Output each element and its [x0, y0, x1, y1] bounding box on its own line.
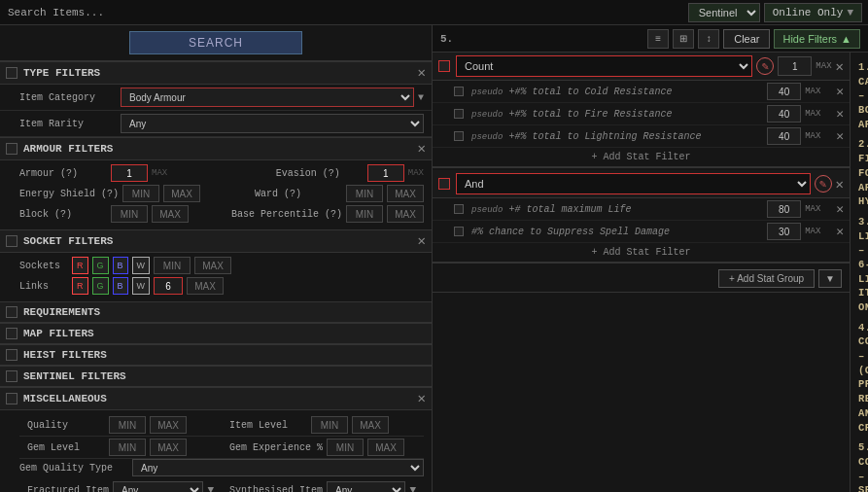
fractured-select[interactable]: Any	[113, 481, 203, 492]
item-level-max[interactable]	[352, 416, 389, 434]
suppress-checkbox[interactable]	[454, 227, 464, 236]
and-select[interactable]: And	[456, 173, 811, 194]
icon-btn-1[interactable]: ≡	[647, 29, 669, 49]
gem-level-max[interactable]	[150, 439, 187, 456]
socket-w-btn[interactable]: W	[132, 257, 151, 274]
cold-resist-value[interactable]	[767, 83, 801, 100]
fire-resist-value[interactable]	[767, 105, 801, 123]
quality-max[interactable]	[150, 416, 187, 434]
socket-b-btn[interactable]: B	[113, 257, 128, 274]
link-g-btn[interactable]: G	[92, 277, 109, 295]
map-filters-header[interactable]: Map Filters	[0, 323, 432, 344]
evasion-min-input[interactable]	[367, 164, 404, 182]
socket-r-btn[interactable]: R	[72, 257, 88, 274]
quality-min[interactable]	[109, 416, 146, 434]
base-percentile-min-input[interactable]	[346, 205, 383, 223]
links-min-input[interactable]	[154, 277, 183, 295]
requirements-header[interactable]: Requirements	[0, 301, 432, 323]
base-percentile-max-input[interactable]	[387, 205, 424, 223]
armour-filters-checkbox[interactable]	[6, 143, 17, 155]
item-level-min[interactable]	[311, 416, 348, 434]
sentinel-filters-checkbox[interactable]	[6, 370, 17, 382]
socket-filters-checkbox[interactable]	[6, 235, 17, 247]
quality-label: Quality	[27, 420, 105, 431]
max-life-checkbox[interactable]	[454, 204, 464, 214]
armour-filters-close[interactable]: ✕	[418, 142, 426, 156]
armour-filters-header[interactable]: Armour Filters ✕	[0, 137, 432, 160]
armour-min-input[interactable]	[111, 164, 148, 182]
misc-close[interactable]: ✕	[418, 392, 426, 405]
gem-exp-min[interactable]	[327, 439, 364, 456]
type-filters-close[interactable]: ✕	[418, 66, 426, 80]
ward-label: Ward (?)	[255, 189, 342, 199]
link-w-btn[interactable]: W	[132, 277, 151, 295]
links-max-input[interactable]	[187, 277, 224, 295]
max-life-value[interactable]	[767, 200, 801, 218]
count-edit-icon[interactable]: ✎	[756, 57, 774, 75]
count-checkbox[interactable]	[438, 60, 450, 72]
fire-resist-close[interactable]: ✕	[836, 106, 844, 122]
sockets-max-input[interactable]	[194, 257, 231, 274]
misc-checkbox[interactable]	[6, 393, 17, 404]
socket-filters-close[interactable]: ✕	[418, 234, 426, 248]
link-r-btn[interactable]: R	[72, 277, 88, 295]
cold-resist-checkbox[interactable]	[454, 87, 464, 96]
misc-header[interactable]: Miscellaneous ✕	[0, 387, 432, 410]
item-category-select[interactable]: Body Armour	[121, 88, 414, 107]
ward-min-input[interactable]	[346, 185, 383, 202]
block-max-input[interactable]	[152, 205, 189, 223]
hide-filters-button[interactable]: Hide Filters ▲	[774, 29, 860, 49]
item-level-label: Item Level	[229, 420, 307, 431]
and-add-stat-btn[interactable]: + Add Stat Filter	[433, 243, 850, 263]
and-group: And ✎ ✕ pseudo +# total maximum Life MAX…	[433, 170, 850, 264]
socket-g-btn[interactable]: G	[92, 257, 109, 274]
max-life-row: pseudo +# total maximum Life MAX ✕	[433, 198, 850, 221]
league-select[interactable]: Sentinel	[688, 3, 760, 22]
gem-quality-select[interactable]: Any	[132, 459, 424, 476]
add-group-dropdown-btn[interactable]: ▼	[818, 269, 842, 288]
add-stat-group-btn[interactable]: + Add Stat Group	[718, 269, 815, 288]
heist-filters-header[interactable]: Heist Filters	[0, 344, 432, 366]
gem-exp-max[interactable]	[367, 439, 404, 456]
suppress-value[interactable]	[767, 223, 801, 240]
link-b-btn[interactable]: B	[113, 277, 128, 295]
ward-max-input[interactable]	[387, 185, 424, 202]
lightning-resist-checkbox[interactable]	[454, 131, 464, 141]
max-life-name: pseudo +# total maximum Life	[471, 204, 763, 215]
sockets-min-input[interactable]	[154, 257, 191, 274]
socket-filters-header[interactable]: Socket Filters ✕	[0, 229, 432, 253]
type-filters-checkbox[interactable]	[6, 67, 17, 79]
and-checkbox[interactable]	[438, 178, 450, 190]
heist-filters-checkbox[interactable]	[6, 349, 17, 361]
heist-filters-title: Heist Filters	[23, 349, 426, 361]
lightning-resist-close[interactable]: ✕	[836, 128, 844, 144]
item-rarity-select[interactable]: Any	[121, 114, 424, 133]
lightning-resist-value[interactable]	[767, 127, 801, 145]
fire-resist-checkbox[interactable]	[454, 109, 464, 119]
gem-level-min[interactable]	[109, 439, 146, 456]
energy-shield-max-input[interactable]	[163, 185, 200, 202]
and-edit-icon[interactable]: ✎	[815, 175, 832, 193]
count-select[interactable]: Count	[456, 55, 752, 77]
synthesised-select[interactable]: Any	[327, 481, 405, 492]
suppress-close[interactable]: ✕	[836, 224, 844, 239]
count-add-stat-btn[interactable]: + Add Stat Filter	[433, 148, 850, 167]
type-filters-header[interactable]: Type Filters ✕	[0, 61, 432, 85]
count-group-close[interactable]: ✕	[836, 58, 844, 75]
block-min-input[interactable]	[111, 205, 148, 223]
sentinel-filters-header[interactable]: Sentinel Filters	[0, 366, 432, 387]
icon-btn-3[interactable]: ↕	[698, 29, 719, 49]
cold-resist-max: MAX	[805, 87, 832, 96]
count-value-input[interactable]	[778, 56, 812, 76]
armour-label: Armour (?)	[19, 168, 107, 179]
and-group-close[interactable]: ✕	[836, 176, 844, 193]
links-row: Links R G B W	[19, 277, 424, 295]
clear-button[interactable]: Clear	[723, 29, 770, 49]
requirements-checkbox[interactable]	[6, 306, 17, 318]
energy-shield-min-input[interactable]	[122, 185, 159, 202]
max-life-close[interactable]: ✕	[836, 201, 844, 217]
cold-resist-close[interactable]: ✕	[836, 84, 844, 99]
map-filters-checkbox[interactable]	[6, 328, 17, 339]
icon-btn-2[interactable]: ⊞	[673, 29, 694, 49]
search-button[interactable]: Search	[129, 31, 302, 54]
